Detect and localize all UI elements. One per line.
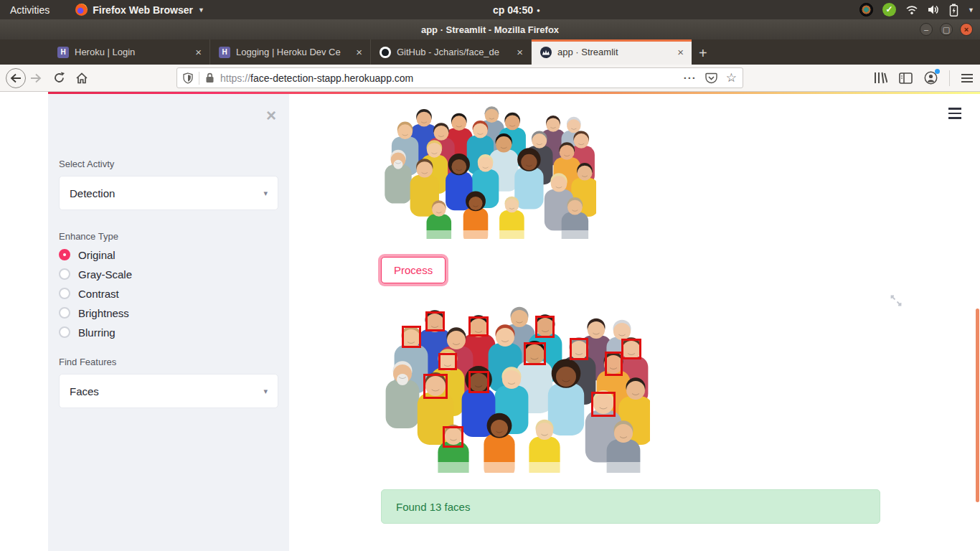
result-image [381, 306, 650, 473]
github-icon [380, 47, 391, 58]
face-detection-box [402, 326, 421, 348]
main-column: Process Found 13 faces [381, 94, 880, 524]
url-input[interactable]: https://face-detection-stapp.herokuapp.c… [220, 72, 684, 84]
select-activity-label: Select Activty [59, 159, 278, 169]
minimize-button[interactable]: – [920, 23, 933, 36]
face-detection-box [621, 339, 642, 359]
radio-circle[interactable] [59, 307, 70, 319]
sidebars-icon[interactable] [899, 72, 913, 84]
screen-recorder-icon [859, 3, 873, 17]
face-detection-box [570, 338, 589, 360]
enhance-type-label: Enhance Type [59, 231, 278, 242]
tab-close-icon[interactable]: × [675, 46, 686, 58]
success-message: Found 13 faces [381, 489, 880, 524]
features-select-value: Faces [70, 385, 99, 397]
sidebar-close-icon[interactable]: × [266, 107, 276, 124]
chevron-down-icon: ▾ [263, 387, 268, 396]
fullscreen-expand-icon[interactable] [890, 294, 903, 307]
scrollbar-thumb[interactable] [976, 309, 979, 502]
reload-button[interactable] [49, 68, 69, 88]
firefox-menu-button[interactable] [961, 74, 973, 83]
account-button[interactable] [924, 71, 938, 85]
url-bar[interactable]: https://face-detection-stapp.herokuapp.c… [176, 67, 743, 88]
tab-github[interactable]: GitHub - Jcharis/face_de × [370, 39, 531, 65]
battery-icon [949, 4, 958, 17]
bookmark-star-icon[interactable]: ☆ [726, 70, 737, 85]
heroku-icon: H [57, 47, 69, 58]
activity-select-value: Detection [70, 187, 115, 199]
close-button[interactable]: × [960, 23, 973, 36]
face-detection-box [443, 426, 463, 448]
forward-button[interactable] [26, 68, 46, 88]
window-titlebar[interactable]: app · Streamlit - Mozilla Firefox – ▢ × [0, 19, 980, 39]
radio-circle[interactable] [59, 326, 70, 338]
window-title: app · Streamlit - Mozilla Firefox [421, 24, 559, 35]
system-status-area[interactable]: ✓ ▼ [859, 0, 974, 19]
divider [949, 70, 950, 86]
process-button[interactable]: Process [381, 257, 446, 283]
tab-heroku-login[interactable]: H Heroku | Login × [49, 39, 209, 65]
streamlit-icon [540, 47, 552, 58]
library-icon[interactable] [873, 72, 887, 84]
chevron-down-icon: ▾ [263, 189, 268, 198]
new-tab-button[interactable]: + [699, 45, 707, 65]
uploaded-image [381, 105, 596, 239]
tab-streamlit-app[interactable]: app · Streamlit × [531, 39, 692, 65]
face-detection-overlay [381, 306, 650, 473]
radio-brightness[interactable]: Brightness [59, 306, 278, 319]
face-detection-box [535, 316, 555, 338]
firefox-icon [75, 4, 88, 16]
tab-bar: H Heroku | Login × H Logging | Heroku De… [0, 39, 980, 65]
face-detection-box [423, 374, 448, 399]
tab-close-icon[interactable]: × [354, 46, 364, 58]
back-button[interactable] [6, 68, 26, 88]
radio-original[interactable]: Original [59, 248, 278, 261]
radio-contrast[interactable]: Contrast [59, 287, 278, 300]
face-detection-box [524, 342, 546, 365]
volume-icon [928, 4, 940, 15]
face-detection-box [425, 311, 444, 331]
app-menu[interactable]: Firefox Web Browser ▼ [75, 4, 204, 16]
find-features-label: Find Features [59, 357, 278, 367]
maximize-button[interactable]: ▢ [940, 23, 953, 36]
features-select[interactable]: Faces ▾ [59, 374, 278, 408]
system-bar: Activities Firefox Web Browser ▼ cp 04:5… [0, 0, 980, 19]
screen: Activities Firefox Web Browser ▼ cp 04:5… [0, 0, 980, 551]
radio-circle[interactable] [59, 288, 70, 299]
activities-button[interactable]: Activities [0, 4, 60, 16]
streamlit-sidebar: × Select Activty Detection ▾ Enhance Typ… [48, 94, 289, 551]
face-detection-box [605, 352, 623, 376]
app-menu-label: Firefox Web Browser [93, 4, 193, 16]
notification-dot-icon: ● [537, 7, 540, 14]
face-detection-box [438, 353, 457, 370]
tab-close-icon[interactable]: × [193, 46, 204, 58]
radio-gray-scale[interactable]: Gray-Scale [59, 268, 278, 281]
shield-icon[interactable] [183, 72, 193, 84]
activity-select[interactable]: Detection ▾ [59, 176, 278, 210]
home-button[interactable] [72, 68, 92, 88]
updates-ok-icon: ✓ [882, 3, 896, 17]
chevron-down-icon: ▼ [198, 6, 204, 14]
heroku-icon: H [219, 47, 230, 58]
tab-heroku-logging[interactable]: H Logging | Heroku Dev Ce × [209, 39, 370, 65]
pocket-icon[interactable] [705, 72, 717, 84]
lock-icon[interactable] [205, 72, 215, 83]
navigation-bar: https://face-detection-stapp.herokuapp.c… [0, 65, 980, 92]
page-actions-icon[interactable]: ··· [684, 72, 697, 84]
tab-close-icon[interactable]: × [514, 46, 525, 58]
notification-dot-icon [935, 69, 940, 74]
face-detection-box [468, 316, 489, 336]
clock[interactable]: cp 04:50● [459, 4, 574, 16]
wifi-icon [905, 4, 918, 15]
radio-circle[interactable] [59, 249, 70, 260]
divider [199, 72, 199, 85]
face-detection-box [591, 392, 616, 417]
streamlit-menu-button[interactable] [948, 108, 961, 119]
streamlit-page: × Select Activty Detection ▾ Enhance Typ… [48, 92, 980, 551]
radio-circle[interactable] [59, 268, 70, 280]
chevron-down-icon: ▼ [968, 6, 974, 14]
face-detection-box [468, 371, 489, 393]
radio-blurring[interactable]: Blurring [59, 326, 278, 339]
